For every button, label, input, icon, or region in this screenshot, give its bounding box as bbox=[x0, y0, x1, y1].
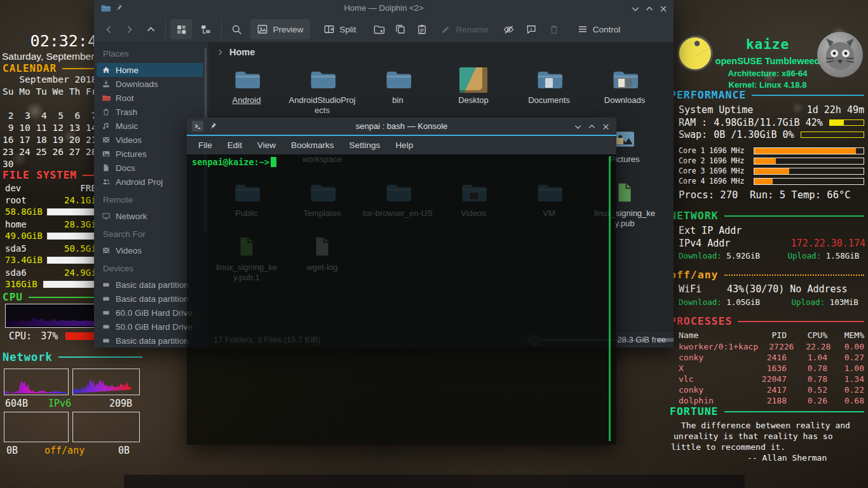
devices-header: Devices bbox=[103, 264, 133, 273]
sidebar-item-root[interactable]: Root bbox=[97, 91, 203, 105]
document-emblem-icon bbox=[545, 78, 553, 88]
hostname: kaize bbox=[713, 37, 822, 52]
preview-button[interactable]: Preview bbox=[250, 19, 310, 39]
dolphin-toolbar: Preview Split Rename Control bbox=[94, 17, 674, 43]
minimize-button[interactable] bbox=[573, 122, 583, 132]
swap-row: Swap: 0B /1.30GiB 0% bbox=[679, 129, 864, 140]
film-icon bbox=[102, 135, 111, 144]
details-view-button[interactable] bbox=[194, 19, 216, 39]
file-item-documents[interactable]: Documents bbox=[513, 64, 585, 105]
sidebar-item-trash[interactable]: Trash bbox=[97, 105, 203, 119]
search-button[interactable] bbox=[226, 19, 247, 39]
trash-icon bbox=[102, 107, 111, 116]
core-bar bbox=[754, 168, 864, 175]
remote-header: Remote bbox=[103, 195, 133, 205]
dolphin-titlebar[interactable]: Home — Dolphin <2> bbox=[94, 0, 674, 17]
core-bar bbox=[754, 147, 864, 154]
photo-emblem-icon bbox=[625, 78, 633, 88]
icons-view-button[interactable] bbox=[170, 19, 192, 39]
file-item-folder[interactable]: Android bbox=[211, 64, 282, 105]
rename-button[interactable]: Rename bbox=[435, 19, 494, 39]
sidebar-item-downloads[interactable]: Downloads bbox=[97, 77, 203, 91]
menu-file[interactable]: File bbox=[191, 137, 220, 153]
photo-emblem-icon bbox=[616, 138, 623, 144]
menu-edit[interactable]: Edit bbox=[220, 137, 250, 153]
procs-row: Procs: 270 Run: 5 Temp: 66°C bbox=[679, 189, 851, 201]
minimize-button[interactable] bbox=[630, 4, 641, 14]
control-label: Control bbox=[593, 25, 621, 34]
file-item-folder[interactable]: AndroidStudioProjects bbox=[287, 64, 358, 116]
network-section-heading: NETWORK bbox=[670, 210, 864, 222]
kernel: Kernel: Linux 4.18.8 bbox=[713, 80, 822, 90]
panel-background bbox=[124, 475, 745, 488]
fortune-heading: FORTUNE bbox=[670, 405, 864, 417]
close-button[interactable] bbox=[601, 122, 611, 132]
copy-button[interactable] bbox=[390, 19, 410, 39]
menu-settings[interactable]: Settings bbox=[342, 137, 388, 153]
conky-right: kaize openSUSE Tumbleweed Architecture: … bbox=[667, 25, 868, 470]
info-button[interactable] bbox=[521, 19, 541, 39]
back-button[interactable] bbox=[100, 22, 117, 37]
network-iface: off/any bbox=[44, 445, 85, 456]
core-row: Core 3 1696 MHz bbox=[679, 166, 864, 175]
core-bar bbox=[754, 178, 864, 185]
control-button[interactable]: Control bbox=[569, 19, 628, 39]
photo-emblem-icon bbox=[618, 78, 625, 88]
photo-icon bbox=[102, 149, 111, 158]
forward-button[interactable] bbox=[121, 22, 137, 37]
calendar-row: 30 bbox=[3, 159, 13, 169]
terminal-scrollbar[interactable] bbox=[609, 156, 611, 441]
hard-drive-icon bbox=[102, 280, 111, 289]
split-button[interactable]: Split bbox=[316, 19, 363, 39]
konsole-terminal[interactable]: senpai@kaize:~> bbox=[187, 154, 616, 445]
maximize-button[interactable] bbox=[644, 4, 654, 14]
process-row: conky 2417 0.52 0.22 bbox=[679, 385, 864, 395]
network-down-graph bbox=[4, 369, 69, 395]
ipv4-row: IPv4 Addr 172.22.30.174 bbox=[679, 238, 865, 249]
konsole-titlebar[interactable]: senpai : bash — Konsole bbox=[187, 118, 616, 136]
wifi-row: WiFi 43%(30/70) No Address bbox=[679, 283, 865, 295]
hard-drive-icon bbox=[102, 322, 111, 331]
document-icon bbox=[102, 163, 111, 172]
sidebar-item-home[interactable]: Home bbox=[97, 63, 203, 77]
fs-entry-name-row: home 28.3GiB bbox=[5, 219, 102, 229]
split-label: Split bbox=[339, 25, 356, 34]
maximize-button[interactable] bbox=[587, 122, 597, 132]
process-row: X 1636 0.78 1.00 bbox=[679, 363, 864, 373]
folder-icon bbox=[308, 66, 337, 93]
new-folder-button[interactable] bbox=[369, 19, 389, 39]
paste-button[interactable] bbox=[412, 19, 432, 39]
konsole-menubar: File Edit View Bookmarks Settings Help bbox=[187, 136, 616, 154]
core-row: Core 4 1696 MHz bbox=[679, 177, 864, 186]
places-header: Places bbox=[103, 49, 129, 58]
network-down-total2: 0B bbox=[6, 445, 18, 456]
process-row: conky 2416 1.04 0.27 bbox=[679, 353, 864, 362]
breadcrumb-home[interactable]: Home bbox=[229, 47, 255, 57]
wifi-transfer-row: Download: 1.05GiB Upload: 103MiB bbox=[679, 297, 865, 307]
split-icon bbox=[323, 24, 335, 35]
trash-button[interactable] bbox=[544, 19, 564, 39]
core-row: Core 1 1696 MHz bbox=[679, 146, 864, 155]
menu-view[interactable]: View bbox=[250, 137, 283, 153]
hard-drive-icon bbox=[102, 308, 111, 317]
fs-entry-name-row: sda5 50.5GiB bbox=[5, 243, 102, 254]
menu-bookmarks[interactable]: Bookmarks bbox=[283, 137, 342, 153]
fortune-line: The difference between reality and bbox=[676, 421, 850, 430]
toolbar-separator bbox=[165, 20, 166, 38]
red-folder-icon bbox=[102, 93, 111, 102]
menu-help[interactable]: Help bbox=[388, 137, 421, 153]
network-down-graph2 bbox=[4, 412, 69, 442]
network-proto: IPv6 bbox=[48, 398, 71, 409]
close-button[interactable] bbox=[658, 4, 668, 14]
folder-icon bbox=[383, 66, 412, 93]
file-item-desktop[interactable]: Desktop bbox=[438, 64, 509, 105]
hidden-files-button[interactable] bbox=[498, 19, 519, 39]
up-button[interactable] bbox=[142, 22, 159, 37]
distro: openSUSE Tumbleweed bbox=[713, 56, 822, 66]
file-item-downloads[interactable]: Downloads bbox=[589, 64, 660, 105]
network-up-total2: 0B bbox=[118, 445, 130, 456]
terminal-cursor bbox=[271, 157, 276, 167]
breadcrumb[interactable]: Home bbox=[216, 46, 255, 58]
file-item-folder[interactable]: bin bbox=[362, 64, 433, 105]
cat-avatar bbox=[817, 32, 863, 78]
